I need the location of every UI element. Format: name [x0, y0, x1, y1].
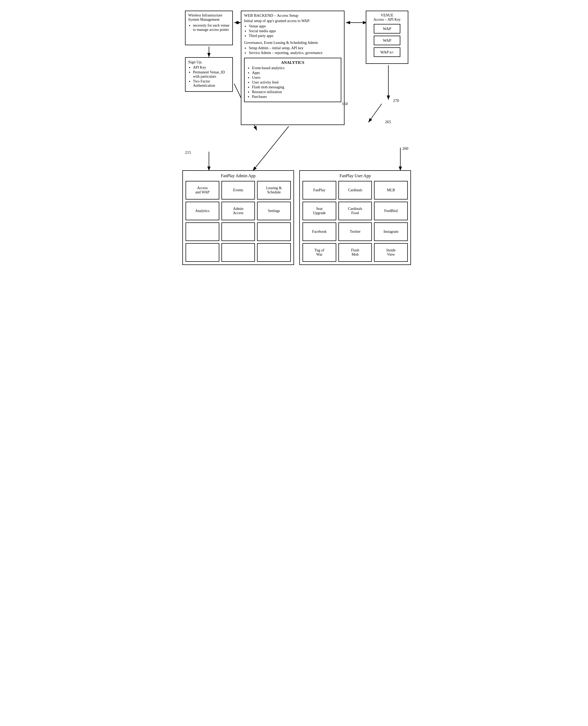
wireless-title: Wireless Infrastructure System Managemen… [188, 13, 230, 22]
fanplay-user-title: FanPlay User App [302, 174, 408, 178]
admin-cell-6 [186, 222, 219, 241]
fanplay-admin-title: FanPlay Admin App [186, 174, 291, 178]
analytics-item-0: Event-based analytics [252, 66, 338, 70]
venue-title: VENUE Access – API Key [369, 13, 405, 22]
fanplay-user-grid: FanPlay Cardinals MLB Seat Upgrade Cardi… [302, 181, 408, 262]
admin-cell-8 [257, 222, 291, 241]
user-cell-10: Flash Mob [338, 243, 372, 262]
label-150: 150 [342, 102, 348, 106]
analytics-item-2: Users [252, 76, 338, 80]
bottom-section: FanPlay Admin App Access and WAP Events … [182, 170, 411, 265]
analytics-inner-title: ANALYTICS [247, 60, 338, 65]
admin-cell-10 [222, 243, 255, 262]
user-cell-11: Inside View [374, 243, 408, 262]
user-cell-4: Cardinals Food [338, 202, 372, 220]
signup-list: API Key Permanent Venue_ID with particul… [188, 65, 230, 88]
signup-box: Sign Up. API Key Permanent Venue_ID with… [185, 57, 233, 92]
governance-list: Setup Admin – initial setup, API key Ser… [244, 46, 341, 55]
governance-item-0: Setup Admin – initial setup, API key [249, 46, 341, 50]
user-cell-6: Facebook [302, 222, 336, 241]
signup-item-0: API Key [193, 65, 230, 70]
wireless-box: Wireless Infrastructure System Managemen… [185, 11, 233, 45]
user-cell-5: FredBird [374, 202, 408, 220]
user-cell-1: Cardinals [338, 181, 372, 200]
label-270: 270 [393, 98, 399, 103]
web-backend-title: WEB BACKEND – Access Setup [244, 13, 341, 18]
wap-2: WAP [374, 36, 400, 45]
analytics-item-1: Apps [252, 71, 338, 75]
admin-cell-1: Events [222, 181, 255, 200]
analytics-item-5: Resource utilization [252, 90, 338, 94]
wap-1: WAP [374, 24, 400, 34]
governance-item-1: Service Admin – reporting, analytics, go… [249, 51, 341, 55]
signup-item-2: Two Factor Authentication [193, 79, 230, 88]
access-item-0: Venue apps [249, 24, 341, 28]
admin-cell-9 [186, 243, 219, 262]
web-backend-subtitle: Initial setup of app's granted access to… [244, 19, 341, 23]
svg-line-7 [369, 104, 382, 122]
admin-cell-7 [222, 222, 255, 241]
signup-item-1: Permanent Venue_ID with particulars [193, 70, 230, 79]
analytics-inner-list: Event-based analytics Apps Users User ac… [247, 66, 338, 99]
label-265: 265 [385, 120, 391, 124]
label-215: 215 [185, 150, 191, 155]
wireless-item-1: necessity for each venue to manage acces… [193, 23, 230, 32]
admin-cell-3: Analytics [186, 202, 219, 220]
svg-line-9 [253, 126, 289, 171]
user-cell-9: Tug of War [302, 243, 336, 262]
admin-cell-2: Leasing & Schedule [257, 181, 291, 200]
admin-cell-5: Settings [257, 202, 291, 220]
user-cell-0: FanPlay [302, 181, 336, 200]
analytics-inner-box: ANALYTICS Event-based analytics Apps Use… [244, 58, 341, 102]
fanplay-admin-grid: Access and WAP Events Leasing & Schedule… [186, 181, 291, 262]
wireless-list: necessity for each venue to manage acces… [188, 23, 230, 32]
fanplay-admin-box: FanPlay Admin App Access and WAP Events … [182, 170, 294, 265]
label-260: 260 [402, 146, 408, 151]
access-item-2: Third party apps [249, 34, 341, 38]
wap-3: WAP n+ [374, 47, 400, 57]
venue-box: VENUE Access – API Key WAP WAP WAP n+ [366, 11, 408, 64]
access-list: Venue apps Social media apps Third party… [244, 24, 341, 38]
analytics-item-4: Flash mob messaging [252, 85, 338, 89]
access-item-1: Social media apps [249, 29, 341, 33]
user-cell-8: Instagram [374, 222, 408, 241]
signup-title: Sign Up. [188, 60, 230, 64]
admin-cell-0: Access and WAP [186, 181, 219, 200]
admin-cell-11 [257, 243, 291, 262]
user-cell-2: MLB [374, 181, 408, 200]
admin-cell-4: Admin Access [222, 202, 255, 220]
fanplay-user-box: FanPlay User App FanPlay Cardinals MLB S… [299, 170, 411, 265]
analytics-item-6: Purchases [252, 95, 338, 99]
analytics-item-3: User activity feed [252, 80, 338, 85]
user-cell-7: Twitter [338, 222, 372, 241]
web-backend-box: WEB BACKEND – Access Setup Initial setup… [241, 11, 344, 125]
user-cell-3: Seat Upgrade [302, 202, 336, 220]
governance-title: Governance, Event Leasing & Scheduling A… [244, 41, 341, 45]
